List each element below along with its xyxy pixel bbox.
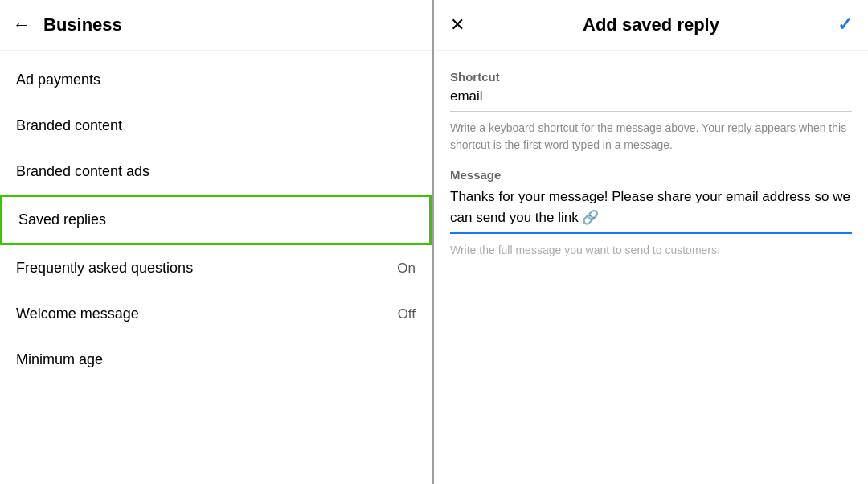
left-panel: ← Business Ad paymentsBranded contentBra… [0, 0, 434, 484]
menu-item-value-welcome-message: Off [398, 306, 416, 322]
menu-item-saved-replies[interactable]: Saved replies [0, 195, 432, 245]
right-content: Shortcut email Write a keyboard shortcut… [434, 51, 868, 275]
message-label: Message [450, 168, 852, 182]
left-header: ← Business [0, 0, 432, 51]
menu-item-label-saved-replies: Saved replies [18, 211, 106, 228]
menu-item-label-welcome-message: Welcome message [16, 306, 139, 322]
right-panel-title: Add saved reply [583, 14, 719, 35]
menu-item-label-faq: Frequently asked questions [16, 260, 193, 277]
menu-item-ad-payments[interactable]: Ad payments [0, 57, 432, 103]
left-panel-title: Business [43, 14, 122, 35]
left-menu: Ad paymentsBranded contentBranded conten… [0, 51, 432, 389]
menu-item-faq[interactable]: Frequently asked questionsOn [0, 245, 432, 291]
message-value[interactable]: Thanks for your message! Please share yo… [450, 187, 852, 234]
right-panel: ✕ Add saved reply ✓ Shortcut email Write… [434, 0, 868, 484]
shortcut-hint: Write a keyboard shortcut for the messag… [450, 120, 852, 154]
shortcut-label: Shortcut [450, 70, 852, 84]
shortcut-value[interactable]: email [450, 88, 852, 112]
menu-item-label-branded-content-ads: Branded content ads [16, 163, 149, 180]
right-header: ✕ Add saved reply ✓ [434, 0, 868, 51]
menu-item-welcome-message[interactable]: Welcome messageOff [0, 291, 432, 337]
menu-item-minimum-age[interactable]: Minimum age [0, 337, 432, 383]
menu-item-branded-content[interactable]: Branded content [0, 103, 432, 149]
close-button[interactable]: ✕ [450, 14, 465, 35]
menu-item-value-faq: On [397, 260, 416, 277]
confirm-button[interactable]: ✓ [837, 14, 852, 35]
menu-item-label-ad-payments: Ad payments [16, 72, 100, 88]
menu-item-label-minimum-age: Minimum age [16, 351, 103, 368]
menu-item-label-branded-content: Branded content [16, 117, 122, 134]
message-hint: Write the full message you want to send … [450, 242, 852, 259]
back-button[interactable]: ← [13, 14, 31, 35]
menu-item-branded-content-ads[interactable]: Branded content ads [0, 149, 432, 195]
